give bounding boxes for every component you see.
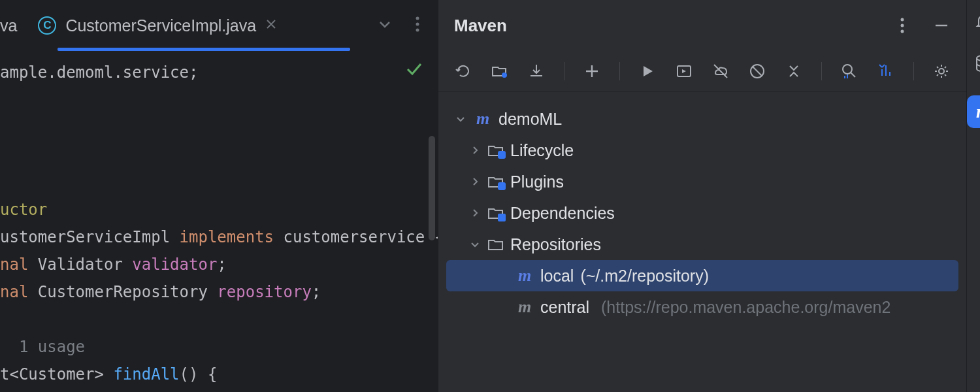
add-icon[interactable] <box>583 62 601 80</box>
code-line: nal Validator validator; <box>0 251 438 278</box>
svg-point-7 <box>502 73 507 78</box>
tree-detail: (https://repo.maven.apache.org/maven2 <box>601 298 890 317</box>
svg-line-12 <box>851 73 855 77</box>
right-tool-bar: m <box>966 0 980 392</box>
close-icon[interactable] <box>265 17 277 34</box>
maven-pane: Maven m demoML <box>438 0 966 392</box>
code-line: 1 usage <box>0 333 438 361</box>
refresh-icon[interactable] <box>454 62 472 80</box>
tree-label: Repositories <box>510 235 601 254</box>
tree-label: demoML <box>498 110 562 129</box>
code-line <box>0 141 438 169</box>
tree-lifecycle[interactable]: Lifecycle <box>438 135 966 166</box>
tree-repositories[interactable]: Repositories <box>438 229 966 260</box>
chevron-right-icon[interactable] <box>468 176 482 187</box>
tree-label: Plugins <box>510 172 564 191</box>
run-icon[interactable] <box>638 62 657 80</box>
svg-point-11 <box>843 65 852 74</box>
svg-point-1 <box>416 23 419 26</box>
vertical-scrollbar[interactable] <box>429 136 435 240</box>
analyze-icon[interactable] <box>840 62 858 80</box>
editor-tab-partial[interactable]: va <box>0 0 27 51</box>
svg-point-3 <box>901 18 904 22</box>
tree-project[interactable]: m demoML <box>438 103 966 135</box>
folder-refresh-icon[interactable] <box>491 62 509 80</box>
chevron-down-icon[interactable] <box>468 239 482 250</box>
code-line: ample.demoml.service; <box>0 59 438 86</box>
code-line <box>0 114 438 141</box>
tree-label: Lifecycle <box>510 141 574 160</box>
code-line: t<Customer> findAll() { <box>0 361 438 388</box>
tab-label: CustomerServiceImpl.java <box>65 16 256 35</box>
offline-icon[interactable] <box>711 62 730 80</box>
maven-toolbar <box>438 51 966 91</box>
tab-label: va <box>0 16 17 35</box>
kebab-icon[interactable] <box>893 16 911 35</box>
tree-plugins[interactable]: Plugins <box>438 166 966 197</box>
code-line <box>0 306 438 333</box>
notifications-icon[interactable] <box>973 12 980 31</box>
show-diagram-icon[interactable] <box>877 62 895 80</box>
chevron-right-icon[interactable] <box>468 145 482 155</box>
svg-line-10 <box>753 67 762 76</box>
kebab-icon[interactable] <box>416 16 419 35</box>
code-line: nal CustomerRepository repository; <box>0 278 438 306</box>
svg-point-4 <box>901 24 904 27</box>
editor-pane: va C CustomerServiceImpl.java ample.demo… <box>0 0 438 392</box>
settings-icon[interactable] <box>932 62 951 80</box>
minimize-icon[interactable] <box>932 16 951 35</box>
run-config-icon[interactable] <box>675 62 693 80</box>
code-line <box>0 86 438 114</box>
maven-header-controls <box>893 16 951 35</box>
maven-icon: m <box>515 297 534 317</box>
toolbar-separator <box>913 62 914 80</box>
maven-header: Maven <box>438 0 966 51</box>
check-icon[interactable] <box>405 59 423 86</box>
folder-bars-icon <box>488 206 504 220</box>
chevron-right-icon[interactable] <box>468 208 482 218</box>
chevron-down-icon[interactable] <box>454 114 467 124</box>
svg-point-15 <box>939 69 944 74</box>
tree-repo-local[interactable]: m local (~/.m2/repository) <box>446 260 958 291</box>
svg-point-5 <box>901 30 904 33</box>
toolbar-separator <box>821 62 822 80</box>
class-icon: C <box>38 16 56 35</box>
editor-tab-bar: va C CustomerServiceImpl.java <box>0 0 438 51</box>
collapse-icon[interactable] <box>785 62 803 80</box>
database-icon[interactable] <box>973 54 980 73</box>
tree-dependencies[interactable]: Dependencies <box>438 197 966 229</box>
svg-point-2 <box>416 29 419 32</box>
download-icon[interactable] <box>527 62 546 80</box>
folder-gear-icon <box>488 144 504 157</box>
folder-gear-icon <box>488 175 504 188</box>
tree-label: central <box>540 298 589 317</box>
maven-tool-button[interactable]: m <box>967 95 980 128</box>
maven-icon: m <box>515 266 534 286</box>
code-line: ustomerServiceImpl implements customerse… <box>0 223 438 251</box>
code-line <box>0 169 438 196</box>
skip-tests-icon[interactable] <box>748 62 766 80</box>
svg-point-0 <box>416 17 419 20</box>
editor-tab-active[interactable]: C CustomerServiceImpl.java <box>27 0 287 51</box>
maven-tree: m demoML Lifecycle Plugins De <box>438 91 966 392</box>
tree-label: local <box>540 267 574 286</box>
tree-detail: (~/.m2/repository) <box>580 267 709 286</box>
tree-repo-central[interactable]: m central (https://repo.maven.apache.org… <box>438 291 966 323</box>
tree-label: Dependencies <box>510 204 615 223</box>
chevron-down-icon[interactable] <box>378 17 392 34</box>
tab-controls <box>378 16 433 35</box>
folder-icon <box>488 238 504 251</box>
toolbar-separator <box>619 62 620 80</box>
maven-title: Maven <box>454 16 507 36</box>
code-area[interactable]: ample.demoml.service; uctor ustomerServi… <box>0 51 438 392</box>
maven-icon: m <box>474 109 492 129</box>
code-line: uctor <box>0 196 438 223</box>
toolbar-separator <box>564 62 564 80</box>
